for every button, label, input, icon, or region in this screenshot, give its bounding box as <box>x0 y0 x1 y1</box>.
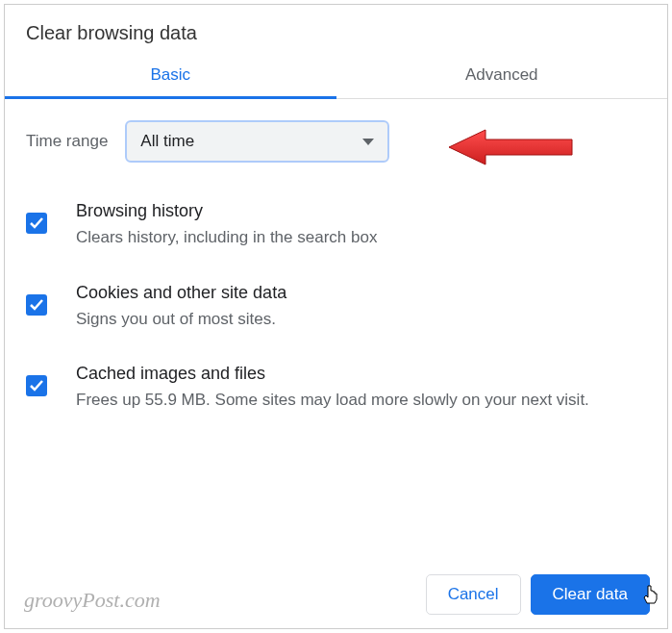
tab-advanced[interactable]: Advanced <box>336 52 668 98</box>
checkbox-browsing-history[interactable] <box>26 213 47 234</box>
checkmark-icon <box>29 297 44 313</box>
checkbox-cached[interactable] <box>26 375 47 396</box>
option-title: Browsing history <box>76 201 646 221</box>
option-cached: Cached images and files Frees up 55.9 MB… <box>26 364 646 413</box>
option-desc: Signs you out of most sites. <box>76 307 646 332</box>
option-cookies: Cookies and other site data Signs you ou… <box>26 283 646 332</box>
watermark: groovyPost.com <box>24 588 161 613</box>
tabs: Basic Advanced <box>5 52 667 99</box>
dialog-content: Time range All time <box>5 99 667 413</box>
dialog-footer: groovyPost.com Cancel Clear data <box>5 574 650 615</box>
tab-basic[interactable]: Basic <box>5 52 336 98</box>
option-text: Cookies and other site data Signs you ou… <box>76 283 646 332</box>
option-desc: Clears history, including in the search … <box>76 225 646 250</box>
time-range-label: Time range <box>26 132 108 151</box>
option-desc: Frees up 55.9 MB. Some sites may load mo… <box>76 388 646 413</box>
time-range-row: Time range All time <box>26 120 646 163</box>
clear-data-button[interactable]: Clear data <box>531 574 650 615</box>
option-text: Browsing history Clears history, includi… <box>76 201 646 250</box>
cursor-pointer-icon <box>642 584 661 611</box>
svg-marker-0 <box>449 130 572 165</box>
chevron-down-icon <box>362 139 374 145</box>
time-range-select[interactable]: All time <box>125 120 389 163</box>
checkmark-icon <box>29 378 44 393</box>
checkmark-icon <box>29 215 44 231</box>
time-range-value: All time <box>140 132 194 151</box>
clear-browsing-data-dialog: Clear browsing data Basic Advanced Time … <box>4 4 668 629</box>
dialog-title: Clear browsing data <box>5 5 667 52</box>
option-browsing-history: Browsing history Clears history, includi… <box>26 201 646 250</box>
checkbox-cookies[interactable] <box>26 294 47 316</box>
option-title: Cached images and files <box>76 364 646 384</box>
annotation-arrow-icon <box>449 128 574 170</box>
option-text: Cached images and files Frees up 55.9 MB… <box>76 364 646 413</box>
option-title: Cookies and other site data <box>76 283 646 303</box>
cancel-button[interactable]: Cancel <box>426 574 521 615</box>
